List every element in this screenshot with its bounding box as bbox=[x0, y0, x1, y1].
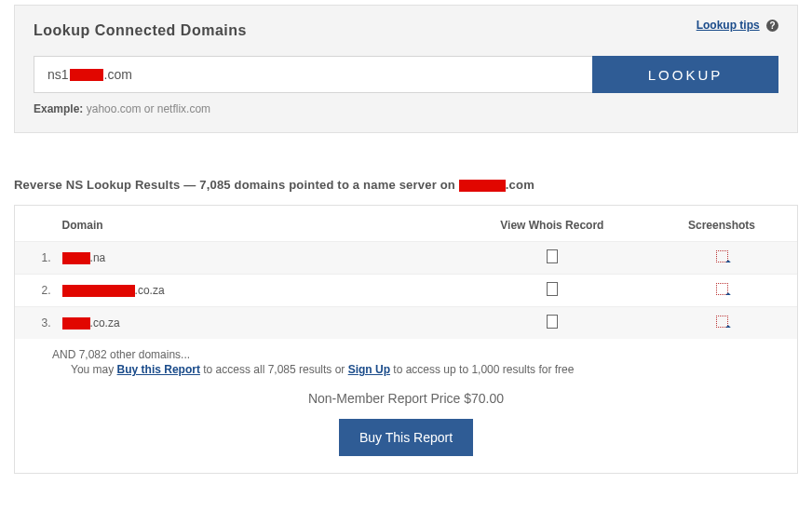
row-domain: .co.za bbox=[62, 307, 458, 340]
buy-mid: to access all 7,085 results or bbox=[200, 363, 348, 376]
example-text: yahoo.com or netflix.com bbox=[87, 102, 210, 115]
results-table: Domain View Whois Record Screenshots 1. … bbox=[15, 209, 797, 339]
row-num: 3. bbox=[15, 307, 62, 340]
lookup-input[interactable]: ns1.com bbox=[34, 56, 592, 93]
row-domain: .co.za bbox=[62, 275, 458, 307]
lookup-panel: Lookup tips ? Lookup Connected Domains n… bbox=[14, 5, 798, 133]
col-domain-header: Domain bbox=[62, 209, 458, 242]
row-num: 1. bbox=[15, 242, 62, 275]
redacted-input bbox=[70, 69, 103, 81]
col-whois-header: View Whois Record bbox=[458, 209, 646, 242]
buy-pre: You may bbox=[71, 363, 117, 376]
redacted-heading bbox=[459, 180, 506, 192]
col-num-header bbox=[15, 209, 62, 242]
input-text-prefix: ns1 bbox=[47, 67, 69, 82]
price-line: Non-Member Report Price $70.00 bbox=[15, 391, 797, 406]
lookup-button[interactable]: LOOKUP bbox=[592, 56, 778, 93]
example-label: Example: bbox=[34, 102, 83, 115]
lookup-row: ns1.com LOOKUP bbox=[34, 56, 778, 93]
domain-suffix: .na bbox=[90, 251, 106, 264]
whois-icon[interactable] bbox=[547, 282, 558, 296]
lookup-tips: Lookup tips ? bbox=[697, 19, 778, 32]
results-panel: Domain View Whois Record Screenshots 1. … bbox=[14, 205, 798, 474]
table-row: 2. .co.za bbox=[15, 275, 797, 307]
results-heading-prefix: Reverse NS Lookup Results — 7,085 domain… bbox=[14, 178, 459, 192]
col-ss-header: Screenshots bbox=[646, 209, 797, 242]
buy-button-row: Buy This Report bbox=[15, 419, 797, 456]
buy-post: to access up to 1,000 results for free bbox=[390, 363, 574, 376]
whois-icon[interactable] bbox=[547, 315, 558, 329]
buy-line: You may Buy this Report to access all 7,… bbox=[71, 363, 797, 376]
row-domain: .na bbox=[62, 242, 458, 275]
screenshot-icon[interactable] bbox=[716, 250, 728, 262]
redacted-domain bbox=[62, 285, 135, 297]
screenshot-icon[interactable] bbox=[716, 316, 728, 328]
lookup-panel-title: Lookup Connected Domains bbox=[34, 22, 778, 39]
table-row: 1. .na bbox=[15, 242, 797, 275]
domain-suffix: .co.za bbox=[90, 316, 120, 329]
screenshot-icon[interactable] bbox=[716, 283, 728, 295]
example-line: Example: yahoo.com or netflix.com bbox=[34, 102, 778, 115]
help-icon[interactable]: ? bbox=[766, 20, 778, 32]
results-heading-suffix: .com bbox=[506, 178, 535, 192]
lookup-tips-link[interactable]: Lookup tips bbox=[697, 19, 760, 32]
redacted-domain bbox=[62, 317, 90, 329]
signup-link[interactable]: Sign Up bbox=[348, 363, 390, 376]
redacted-domain bbox=[62, 252, 90, 264]
input-text-suffix: .com bbox=[104, 67, 132, 82]
and-other-domains: AND 7,082 other domains... bbox=[52, 348, 797, 361]
table-header-row: Domain View Whois Record Screenshots bbox=[15, 209, 797, 242]
buy-report-button[interactable]: Buy This Report bbox=[339, 419, 473, 456]
row-num: 2. bbox=[15, 275, 62, 307]
results-heading: Reverse NS Lookup Results — 7,085 domain… bbox=[14, 178, 798, 192]
whois-icon[interactable] bbox=[547, 249, 558, 263]
table-row: 3. .co.za bbox=[15, 307, 797, 340]
buy-report-link[interactable]: Buy this Report bbox=[117, 363, 200, 376]
domain-suffix: .co.za bbox=[135, 284, 165, 297]
